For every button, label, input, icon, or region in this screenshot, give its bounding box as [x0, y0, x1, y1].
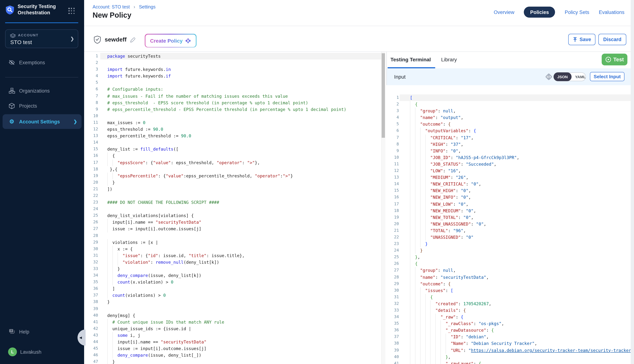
- create-policy-button[interactable]: Create Policy: [145, 34, 196, 48]
- indent-guide: [420, 154, 425, 161]
- sidebar-item-projects[interactable]: Projects: [0, 99, 84, 112]
- indent-guide: [410, 234, 415, 240]
- input-json-row: 22"UNASSIGNED": "0": [386, 234, 634, 240]
- sidebar-item-organizations[interactable]: Organizations: [0, 84, 84, 97]
- line-number: 28: [84, 232, 100, 239]
- line-number: 43: [84, 332, 100, 339]
- app-root: Security Testing Orchestration ACCOUNT S…: [0, 0, 634, 364]
- line-number: 27: [84, 226, 100, 232]
- line-number: 20: [84, 179, 100, 186]
- policy-code-editor[interactable]: 1package securityTests23import future.ke…: [84, 52, 381, 364]
- account-selector[interactable]: ACCOUNT STO test ❯: [5, 30, 78, 48]
- policy-code-line: x := {: [100, 246, 381, 252]
- indent-guide: [410, 267, 415, 274]
- select-input-button[interactable]: Select Input: [590, 72, 624, 81]
- input-json-line: {: [400, 101, 634, 108]
- nav-tab-overview[interactable]: Overview: [494, 9, 514, 15]
- indent-guide: [117, 259, 122, 266]
- test-button[interactable]: Test: [602, 54, 628, 66]
- code-diamond-icon[interactable]: [544, 72, 554, 82]
- indent-guide: [107, 172, 112, 179]
- indent-guide: [415, 314, 420, 320]
- line-number: 37: [386, 334, 400, 340]
- policy-code-row: 24: [84, 206, 381, 212]
- indent-guide: [410, 141, 415, 148]
- input-json-line: "HIGH": "37",: [400, 141, 634, 148]
- policy-code-line: import future.keywords.if: [100, 73, 381, 80]
- breadcrumb-settings-link[interactable]: Settings: [139, 4, 156, 10]
- sidebar-item-help[interactable]: ? Help: [0, 325, 84, 338]
- sidebar: Security Testing Orchestration ACCOUNT S…: [0, 0, 84, 364]
- nav-tab-policy-sets[interactable]: Policy Sets: [565, 9, 589, 15]
- app-grid-icon[interactable]: [68, 8, 75, 14]
- input-json-row: 27"group": null,: [386, 267, 634, 274]
- sidebar-item-exemptions[interactable]: Exemptions: [0, 56, 84, 69]
- line-number: 4: [386, 114, 400, 121]
- indent-guide: [425, 354, 430, 360]
- format-json-option[interactable]: JSON: [554, 72, 571, 81]
- sidebar-item-account-settings[interactable]: ⚙ Account Settings ❯: [2, 114, 82, 129]
- input-json-row: 29"outcome": {: [386, 280, 634, 287]
- format-yaml-option[interactable]: YAML: [571, 72, 589, 81]
- policy-code-row: 30x := {: [84, 246, 381, 252]
- editor-scrollbar-thumb[interactable]: [382, 53, 385, 138]
- policy-code-line: [100, 60, 381, 66]
- indent-guide: [107, 286, 112, 292]
- discard-button[interactable]: Discard: [598, 34, 626, 45]
- save-button[interactable]: Save: [568, 34, 596, 45]
- input-json-line: {: [400, 294, 634, 300]
- format-toggle[interactable]: JSON YAML: [554, 72, 586, 81]
- test-input-json-editor[interactable]: 1[2{3"group": null,4"name": "output",5"o…: [386, 85, 634, 364]
- indent-guide: [420, 188, 425, 194]
- indent-guide: [415, 240, 420, 247]
- breadcrumb-account-link[interactable]: Account: STO test: [92, 4, 130, 10]
- indent-guide: [420, 300, 425, 307]
- tab-testing-terminal[interactable]: Testing Terminal: [390, 52, 431, 67]
- nav-tab-evaluations[interactable]: Evaluations: [599, 9, 624, 15]
- input-json-line: "URL": "https://salsa.debian.org/securit…: [400, 347, 634, 354]
- input-json-row: 15"NEW_HIGH": "0",: [386, 188, 634, 194]
- indent-guide: [430, 334, 436, 340]
- indent-guide: [410, 260, 415, 267]
- cube-icon: [8, 103, 16, 109]
- input-json-row: 36"_rawDatasource": {: [386, 327, 634, 334]
- policy-code-line: # Count unique issue IDs that match ANY …: [100, 319, 381, 326]
- line-number: 9: [386, 148, 400, 154]
- indent-guide: [420, 161, 425, 168]
- create-policy-label: Create Policy: [150, 38, 182, 44]
- line-number: 30: [84, 246, 100, 252]
- indent-guide: [415, 227, 420, 234]
- policy-code-row: 35count(x.violation) > 0: [84, 279, 381, 286]
- indent-guide: [420, 194, 425, 201]
- indent-guide: [112, 172, 118, 179]
- indent-guide: [410, 274, 415, 280]
- indent-guide: [420, 287, 425, 294]
- nav-tab-policies[interactable]: Policies: [524, 6, 555, 18]
- policy-code-line: [100, 306, 381, 312]
- sidebar-user[interactable]: L Lavakush: [0, 345, 84, 358]
- edit-pencil-icon[interactable]: [129, 37, 136, 43]
- indent-guide: [112, 266, 118, 272]
- indent-guide: [107, 352, 112, 358]
- input-json-row: 18"NEW_MEDIUM": "0",: [386, 207, 634, 214]
- indent-guide: [435, 354, 440, 360]
- policy-code-row: 18 },{: [84, 166, 381, 172]
- indent-guide: [425, 294, 430, 300]
- indent-guide: [410, 161, 415, 168]
- page-scrollbar[interactable]: [631, 0, 634, 364]
- indent-guide: [117, 252, 122, 259]
- line-number: 15: [386, 188, 400, 194]
- policy-code-row: 16{: [84, 152, 381, 159]
- indent-guide: [410, 128, 415, 134]
- line-number: 38: [386, 340, 400, 347]
- tab-library[interactable]: Library: [441, 52, 457, 67]
- line-number: 3: [84, 66, 100, 73]
- input-json-line: }: [400, 240, 634, 247]
- indent-guide: [107, 339, 112, 345]
- policy-code-row: 31"issue": {"id": issue.id, "title": iss…: [84, 252, 381, 259]
- policy-code-row: 3import future.keywords.in: [84, 66, 381, 73]
- indent-guide: [420, 201, 425, 207]
- indent-guide: [415, 307, 420, 314]
- line-number: 24: [386, 247, 400, 254]
- input-json-row: 31{: [386, 294, 634, 300]
